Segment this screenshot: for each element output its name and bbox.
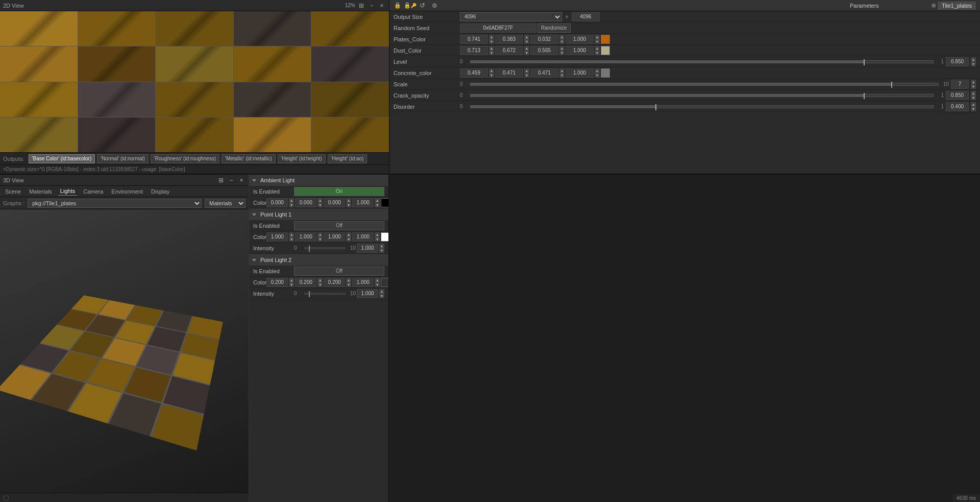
dust-color-v1-spin[interactable]: ▲▼ <box>489 46 494 55</box>
ambient-color-v2[interactable] <box>295 198 316 207</box>
plates-color-v1-spin[interactable]: ▲▼ <box>489 35 494 44</box>
settings-icon[interactable]: ⚙ <box>430 2 438 10</box>
concrete-color-v2[interactable] <box>495 68 523 78</box>
point1-is-enabled-toggle[interactable]: Off <box>294 221 384 230</box>
output-tab-basecolor[interactable]: 'Base Color' (id:basecolor) <box>29 154 95 163</box>
crack-opacity-value[interactable] <box>946 91 969 100</box>
scale-slider-track[interactable] <box>470 83 939 86</box>
crack-opacity-spin[interactable]: ▲▼ <box>971 91 976 100</box>
point1-color-swatch[interactable] <box>381 232 389 242</box>
point1-color-v1-spin[interactable]: ▲▼ <box>289 232 294 242</box>
ambient-color-v1-spin[interactable]: ▲▼ <box>289 198 294 207</box>
output-tab-roughness[interactable]: 'Roughness' (id:roughness) <box>151 154 219 163</box>
point1-color-v2[interactable] <box>295 232 316 242</box>
toolbar-lights-btn[interactable]: Lights <box>58 187 77 196</box>
level-spin[interactable]: ▲▼ <box>971 57 976 66</box>
output-tab-metallic[interactable]: 'Metallic' (id:metallic) <box>222 154 276 163</box>
point1-intensity-spin[interactable]: ▲▼ <box>379 244 384 253</box>
materials-select[interactable]: Materials <box>205 199 246 208</box>
toolbar-materials-btn[interactable]: Materials <box>27 187 54 196</box>
lock-icon[interactable] <box>394 2 402 10</box>
concrete-color-v1[interactable] <box>460 68 488 78</box>
point2-intensity-value[interactable] <box>357 289 378 298</box>
output-tab-height1[interactable]: 'Height' (id:height) <box>278 154 326 163</box>
concrete-color-v4-spin[interactable]: ▲▼ <box>595 68 600 78</box>
point2-is-enabled-toggle[interactable]: Off <box>294 267 384 276</box>
plates-color-v1[interactable] <box>460 35 488 44</box>
point2-color-swatch[interactable] <box>381 278 389 287</box>
level-value[interactable] <box>946 57 969 66</box>
output-size-select1[interactable]: 409620481024 <box>460 12 562 21</box>
2d-view-expand-btn[interactable]: ⊞ <box>357 2 365 10</box>
point2-color-v3[interactable] <box>324 278 345 287</box>
dust-color-v4[interactable] <box>566 46 594 55</box>
point1-color-v4-spin[interactable]: ▲▼ <box>375 232 380 242</box>
concrete-color-v3-spin[interactable]: ▲▼ <box>559 68 565 78</box>
concrete-color-v4[interactable] <box>566 68 594 78</box>
ambient-color-v2-spin[interactable]: ▲▼ <box>317 198 323 207</box>
randomize-button[interactable]: Randomize <box>537 23 571 33</box>
plates-color-v3-spin[interactable]: ▲▼ <box>559 35 565 44</box>
toolbar-scene-btn[interactable]: Scene <box>3 187 23 196</box>
toolbar-environment-btn[interactable]: Environment <box>109 187 145 196</box>
concrete-color-swatch[interactable] <box>601 68 610 78</box>
dust-color-v2[interactable] <box>495 46 523 55</box>
dust-color-v3[interactable] <box>530 46 558 55</box>
ambient-is-enabled-toggle[interactable]: On <box>294 187 384 196</box>
point1-color-v1[interactable] <box>266 232 288 242</box>
ambient-color-swatch[interactable] <box>381 198 389 207</box>
ambient-color-v4[interactable] <box>352 198 374 207</box>
point1-intensity-slider[interactable] <box>304 247 346 249</box>
point2-color-v4-spin[interactable]: ▲▼ <box>375 278 380 287</box>
2d-view-minimize-btn[interactable]: − <box>368 2 376 10</box>
scale-spin[interactable]: ▲▼ <box>971 80 976 89</box>
plates-color-v2-spin[interactable]: ▲▼ <box>524 35 529 44</box>
2d-view-close-btn[interactable]: × <box>378 2 386 10</box>
3d-view-expand-btn[interactable]: ⊞ <box>217 176 225 184</box>
dust-color-v1[interactable] <box>460 46 488 55</box>
random-seed-input[interactable] <box>460 23 536 33</box>
point1-color-v3-spin[interactable]: ▲▼ <box>346 232 351 242</box>
concrete-color-v2-spin[interactable]: ▲▼ <box>524 68 529 78</box>
ambient-color-v3[interactable] <box>324 198 345 207</box>
plates-color-v3[interactable] <box>530 35 558 44</box>
point1-intensity-value[interactable] <box>357 244 378 253</box>
graph-select[interactable]: pkg://Tile1_plates <box>28 199 202 208</box>
concrete-color-v3[interactable] <box>530 68 558 78</box>
concrete-color-v1-spin[interactable]: ▲▼ <box>489 68 494 78</box>
dust-color-v2-spin[interactable]: ▲▼ <box>524 46 529 55</box>
plates-color-swatch[interactable] <box>601 35 610 44</box>
plates-color-v4-spin[interactable]: ▲▼ <box>595 35 600 44</box>
scale-value1[interactable] <box>951 80 969 89</box>
plates-color-v2[interactable] <box>495 35 523 44</box>
point2-color-v3-spin[interactable]: ▲▼ <box>346 278 351 287</box>
disorder-slider-track[interactable] <box>470 105 934 108</box>
toolbar-display-btn[interactable]: Display <box>149 187 172 196</box>
3d-view-close-btn[interactable]: × <box>237 176 246 184</box>
point2-color-v2-spin[interactable]: ▲▼ <box>317 278 323 287</box>
point1-color-v4[interactable] <box>352 232 374 242</box>
disorder-spin[interactable]: ▲▼ <box>971 102 976 111</box>
ambient-color-v3-spin[interactable]: ▲▼ <box>346 198 351 207</box>
disorder-value[interactable] <box>946 102 969 111</box>
crack-opacity-slider-track[interactable] <box>470 94 934 97</box>
point2-color-v1-spin[interactable]: ▲▼ <box>289 278 294 287</box>
refresh-icon[interactable] <box>418 2 426 10</box>
3d-view-minimize-btn[interactable]: − <box>227 176 235 184</box>
point1-color-v3[interactable] <box>324 232 345 242</box>
point-light-2-header[interactable]: Point Light 2 <box>249 254 388 266</box>
dust-color-v3-spin[interactable]: ▲▼ <box>559 46 565 55</box>
ambient-color-v4-spin[interactable]: ▲▼ <box>375 198 380 207</box>
dust-color-swatch[interactable] <box>601 46 610 55</box>
output-tab-height2[interactable]: 'Height' (id:ao) <box>328 154 368 163</box>
point-light-1-header[interactable]: Point Light 1 <box>249 209 388 220</box>
output-size-value2[interactable] <box>572 12 600 21</box>
point2-intensity-slider[interactable] <box>304 293 346 295</box>
point2-color-v1[interactable] <box>266 278 288 287</box>
toolbar-camera-btn[interactable]: Camera <box>81 187 105 196</box>
output-tab-normal[interactable]: 'Normal' (id:normal) <box>97 154 149 163</box>
point2-color-v2[interactable] <box>295 278 316 287</box>
dust-color-v4-spin[interactable]: ▲▼ <box>595 46 600 55</box>
point2-intensity-spin[interactable]: ▲▼ <box>379 289 384 298</box>
point1-color-v2-spin[interactable]: ▲▼ <box>317 232 323 242</box>
